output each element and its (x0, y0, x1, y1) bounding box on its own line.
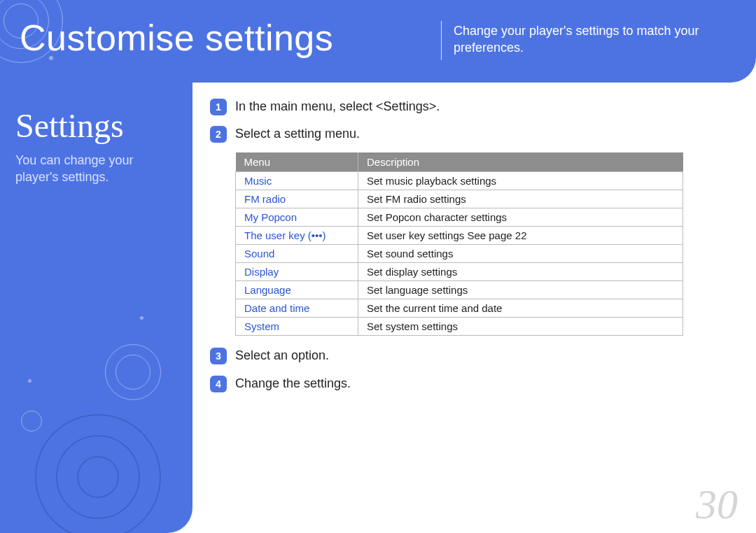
desc-cell: Set Popcon character settings (358, 208, 683, 227)
step-row: 2 Select a setting menu. (210, 125, 728, 143)
menu-cell: Display (236, 263, 358, 281)
menu-cell: Sound (236, 245, 358, 263)
table-header-row: Menu Description (236, 152, 683, 172)
step-row: 3 Select an option. (210, 347, 728, 364)
desc-cell: Set music playback settings (358, 172, 683, 190)
step-row: 4 Change the settings. (210, 375, 728, 392)
step-row: 1 In the main menu, select <Settings>. (210, 98, 728, 115)
step-text: In the main menu, select <Settings>. (235, 98, 440, 115)
step-badge-1: 1 (210, 99, 227, 115)
menu-cell: My Popcon (236, 208, 358, 227)
menu-cell: The user key (•••) (236, 227, 358, 245)
table-row: Date and timeSet the current time and da… (236, 299, 683, 318)
page-number: 30 (696, 481, 738, 529)
table-row: DisplaySet display settings (236, 263, 683, 281)
desc-cell: Set user key settings See page 22 (358, 227, 683, 245)
desc-cell: Set display settings (358, 263, 683, 281)
desc-cell: Set sound settings (358, 245, 683, 263)
step-badge-2: 2 (210, 126, 227, 143)
header-divider (441, 21, 442, 60)
desc-cell: Set the current time and date (358, 299, 683, 318)
step-badge-4: 4 (210, 376, 227, 392)
table-row: FM radioSet FM radio settings (236, 190, 683, 208)
page-header: Customise settings Change your player's … (0, 0, 756, 83)
table-row: The user key (•••)Set user key settings … (236, 227, 683, 245)
main-content: 1 In the main menu, select <Settings>. 2… (210, 98, 728, 402)
step-text: Change the settings. (235, 375, 351, 392)
table-row: MusicSet music playback settings (236, 172, 683, 190)
decorative-circles (0, 288, 192, 533)
menu-cell: Date and time (236, 299, 358, 318)
menu-cell: Language (236, 281, 358, 299)
table-header-menu: Menu (236, 152, 358, 172)
table-row: LanguageSet language settings (236, 281, 683, 299)
sidebar: Settings You can change your player's se… (0, 83, 192, 533)
desc-cell: Set system settings (358, 318, 683, 336)
table-row: SoundSet sound settings (236, 245, 683, 263)
step-text: Select a setting menu. (235, 125, 360, 143)
section-description: You can change your player's settings. (15, 152, 177, 186)
table-header-desc: Description (358, 152, 683, 172)
manual-page: Customise settings Change your player's … (0, 0, 756, 533)
table-row: My PopconSet Popcon character settings (236, 208, 683, 227)
decorative-rings (0, 0, 119, 83)
desc-cell: Set FM radio settings (358, 190, 683, 208)
settings-table: Menu Description MusicSet music playback… (235, 152, 683, 336)
step-text: Select an option. (235, 347, 329, 364)
menu-cell: Music (236, 172, 358, 190)
section-heading: Settings (15, 106, 177, 145)
table-row: SystemSet system settings (236, 318, 683, 336)
menu-cell: System (236, 318, 358, 336)
page-subtitle: Change your player's settings to match y… (454, 22, 735, 57)
menu-cell: FM radio (236, 190, 358, 208)
desc-cell: Set language settings (358, 281, 683, 299)
step-badge-3: 3 (210, 348, 227, 364)
